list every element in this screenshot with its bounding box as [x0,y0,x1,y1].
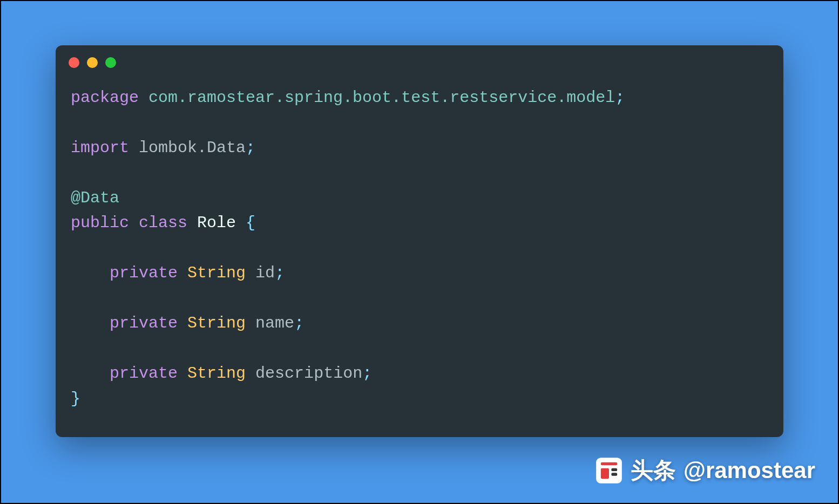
code-window: package com.ramostear.spring.boot.test.r… [56,45,783,438]
close-icon [69,57,79,68]
field-id: id [255,264,275,282]
maximize-icon [105,57,116,68]
code-content: package com.ramostear.spring.boot.test.r… [56,72,783,438]
close-brace: } [71,390,80,408]
type-string: String [187,314,246,332]
keyword-public: public [71,214,129,232]
open-brace: { [246,214,255,232]
watermark-handle: @ramostear [684,458,815,483]
keyword-package: package [71,88,139,107]
package-path: com.ramostear.spring.boot.test.restservi… [148,88,615,107]
semicolon: ; [294,314,304,332]
semicolon: ; [275,264,285,282]
watermark-brand: 头条 [631,455,676,486]
keyword-import: import [71,139,129,157]
svg-rect-2 [601,468,609,479]
type-string: String [187,364,246,383]
toutiao-logo-icon [595,457,623,485]
import-path: lombok.Data [139,139,246,157]
semicolon: ; [615,88,625,107]
watermark: 头条 @ramostear [595,455,815,486]
field-description: description [255,364,362,383]
minimize-icon [87,57,98,68]
annotation-data: @Data [71,189,119,207]
semicolon: ; [246,139,255,157]
keyword-private: private [110,314,178,332]
svg-rect-1 [601,462,617,465]
svg-rect-4 [611,473,617,475]
semicolon: ; [362,364,372,383]
keyword-private: private [110,364,178,383]
class-name: Role [197,214,236,232]
type-string: String [187,264,246,282]
keyword-class: class [139,214,187,232]
svg-rect-3 [611,468,617,471]
keyword-private: private [110,264,178,282]
window-controls [56,45,783,72]
field-name: name [255,314,294,332]
